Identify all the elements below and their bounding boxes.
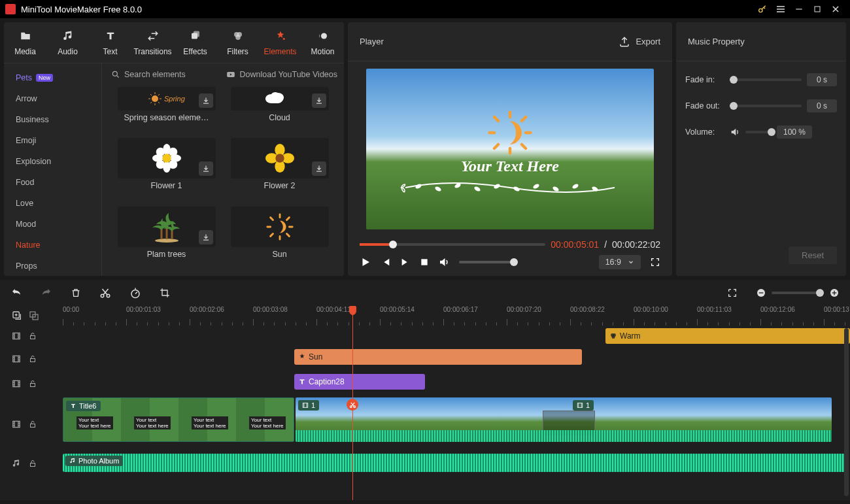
svg-rect-57	[31, 424, 35, 428]
fit-button[interactable]	[727, 288, 738, 298]
preview-canvas[interactable]: Your Text Here	[366, 69, 654, 229]
category-arrow[interactable]: Arrow	[4, 88, 101, 109]
stop-button[interactable]	[420, 258, 429, 267]
volume-value[interactable]: 100 %	[777, 126, 812, 139]
crop-button[interactable]	[160, 288, 170, 298]
progress-slider[interactable]	[360, 243, 545, 246]
properties-title: Music Property	[676, 22, 846, 61]
volume-prop-slider[interactable]	[745, 131, 772, 133]
svg-rect-56	[13, 421, 20, 427]
download-icon[interactable]	[199, 230, 213, 244]
ribbon-media[interactable]: Media	[4, 26, 46, 59]
search-input[interactable]: Search elements	[109, 66, 219, 83]
element-item[interactable]: Flower 2	[228, 138, 331, 202]
add-track-button[interactable]	[12, 311, 22, 321]
fade-in-value[interactable]: 0 s	[807, 73, 837, 86]
player-panel: Player Export Your Text Here 00:00:05:01…	[348, 22, 672, 276]
svg-rect-65	[577, 403, 583, 408]
element-item[interactable]: Plam trees	[115, 207, 218, 271]
split-button[interactable]	[99, 287, 111, 299]
timeline-tracks[interactable]: 00:0000:00:01:0300:00:02:0600:00:03:0800…	[59, 306, 850, 500]
svg-point-11	[152, 95, 158, 102]
vine-decoration-icon	[392, 180, 628, 195]
license-key-button[interactable]	[753, 0, 772, 18]
category-business[interactable]: Business	[4, 109, 101, 130]
lock-icon[interactable]	[29, 459, 37, 468]
category-list: PetsNew Arrow Business Emoji Explosion F…	[4, 63, 102, 276]
aspect-ratio-select[interactable]: 16:9	[599, 255, 641, 269]
reset-button[interactable]: Reset	[789, 246, 837, 264]
element-item[interactable]: Spring Spring season eleme…	[115, 87, 218, 134]
redo-button[interactable]	[41, 287, 52, 299]
minimize-button[interactable]	[790, 0, 808, 18]
fullscreen-button[interactable]	[650, 257, 660, 267]
element-item[interactable]: Flower 1	[115, 138, 218, 202]
zoom-in-button[interactable]	[829, 288, 840, 298]
zoom-slider[interactable]	[772, 292, 824, 294]
ribbon-audio[interactable]: Audio	[46, 26, 89, 59]
clip-sun[interactable]: Sun	[294, 349, 582, 365]
undo-button[interactable]	[10, 287, 22, 299]
element-item[interactable]: Sun	[228, 207, 331, 271]
export-button[interactable]: Export	[619, 36, 660, 48]
svg-rect-52	[13, 356, 20, 361]
svg-point-26	[275, 154, 284, 163]
scissor-icon[interactable]	[347, 399, 358, 411]
youtube-icon	[226, 70, 236, 79]
zoom-out-button[interactable]	[756, 288, 766, 298]
category-mood[interactable]: Mood	[4, 214, 101, 235]
timeline-scrollbar[interactable]	[844, 328, 849, 496]
lock-icon[interactable]	[29, 379, 37, 388]
ribbon-motion[interactable]: Motion	[301, 26, 344, 59]
category-pets[interactable]: PetsNew	[4, 67, 101, 88]
svg-point-32	[493, 183, 501, 190]
effects-icon	[188, 29, 203, 43]
fade-in-slider[interactable]	[730, 78, 802, 81]
ribbon-effects[interactable]: Effects	[174, 26, 216, 59]
ribbon-text[interactable]: Text	[89, 26, 131, 59]
category-explosion[interactable]: Explosion	[4, 151, 101, 172]
category-love[interactable]: Love	[4, 193, 101, 214]
lock-icon[interactable]	[29, 420, 37, 429]
clip-caption[interactable]: Caption28	[294, 374, 425, 390]
fade-out-value[interactable]: 0 s	[807, 99, 837, 112]
lock-icon[interactable]	[29, 354, 37, 363]
ribbon-transitions[interactable]: Transitions	[131, 26, 174, 59]
flower1-thumb-icon	[152, 143, 182, 173]
prev-frame-button[interactable]	[381, 257, 391, 267]
close-button[interactable]	[826, 0, 845, 18]
clip-video-main[interactable]: 1 1	[296, 397, 832, 442]
category-nature[interactable]: Nature	[4, 235, 101, 256]
category-emoji[interactable]: Emoji	[4, 130, 101, 151]
app-icon	[5, 4, 16, 14]
track-layers-button[interactable]	[29, 311, 39, 321]
volume-button[interactable]	[438, 256, 450, 268]
clip-video-title[interactable]: Title6 Your textYour text here Your text…	[63, 397, 294, 442]
timeline-gutter	[0, 306, 59, 500]
ribbon-elements[interactable]: Elements	[259, 26, 301, 59]
download-icon[interactable]	[312, 93, 326, 108]
volume-slider[interactable]	[459, 261, 518, 263]
svg-point-29	[434, 186, 442, 192]
element-item[interactable]: Cloud	[228, 87, 331, 134]
clip-audio[interactable]: Photo Album	[63, 454, 847, 472]
speed-button[interactable]	[129, 287, 141, 299]
timeline-ruler[interactable]: 00:0000:00:01:0300:00:02:0600:00:03:0800…	[59, 306, 850, 326]
menu-button[interactable]	[772, 0, 790, 18]
next-frame-button[interactable]	[400, 257, 411, 267]
maximize-button[interactable]	[808, 0, 826, 18]
category-food[interactable]: Food	[4, 172, 101, 193]
category-props[interactable]: Props	[4, 256, 101, 276]
clip-warm[interactable]: Warm	[605, 328, 850, 344]
ribbon-filters[interactable]: Filters	[216, 26, 259, 59]
download-icon[interactable]	[312, 161, 326, 176]
play-button[interactable]	[360, 256, 371, 268]
download-youtube-button[interactable]: Download YouTube Videos	[226, 70, 337, 79]
playhead[interactable]	[352, 306, 353, 500]
lock-icon[interactable]	[29, 331, 37, 341]
delete-button[interactable]	[71, 287, 81, 299]
download-icon[interactable]	[199, 161, 213, 176]
download-icon[interactable]	[199, 93, 213, 108]
svg-point-36	[571, 183, 579, 190]
fade-out-slider[interactable]	[730, 105, 802, 107]
